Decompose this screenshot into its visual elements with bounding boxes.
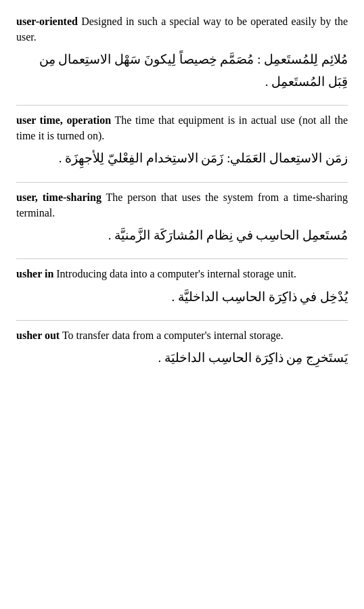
divider-4 <box>16 320 348 321</box>
dictionary-page: user-oriented Designed in such a spe­cia… <box>16 14 348 369</box>
entry-header-user-oriented: user-oriented Designed in such a spe­cia… <box>16 14 348 45</box>
term-usher-out: usher out <box>16 330 60 341</box>
definition-ar-usher-out: يَستَخرِج مِن ذاكِرَة الحاسِب الداخليَة … <box>16 347 348 369</box>
term-user-oriented: user-oriented <box>16 16 78 27</box>
definition-en-usher-in: Introducing data into a compu­ter's inte… <box>56 268 296 279</box>
definition-en-usher-out: To transfer data from a com­puter's inte… <box>62 330 283 341</box>
term-user-time-operation: user time, operation <box>16 114 111 126</box>
term-usher-in: usher in <box>16 268 53 279</box>
term-user-time-sharing: user, time-sharing <box>16 191 101 203</box>
entry-header-usher-out: usher out To transfer data from a com­pu… <box>16 328 348 343</box>
divider-3 <box>16 258 348 259</box>
entry-header-usher-in: usher in Introducing data into a compu­t… <box>16 266 348 281</box>
definition-ar-user-oriented: مُلائِم لِلمُستَعمِل : مُصَمَّم خِصيصاً … <box>16 49 348 93</box>
definition-ar-user-time-sharing: مُستَعمِل الحاسِب في نِظام المُشارَكَة ا… <box>16 225 348 246</box>
entry-header-user-time-operation: user time, operation The time that equip… <box>16 112 348 143</box>
entry-user-time-operation: user time, operation The time that equip… <box>16 112 348 170</box>
divider-2 <box>16 182 348 183</box>
entry-user-time-sharing: user, time-sharing The person that uses … <box>16 189 348 247</box>
entry-usher-in: usher in Introducing data into a compu­t… <box>16 266 348 307</box>
divider-1 <box>16 105 348 106</box>
entry-user-oriented: user-oriented Designed in such a spe­cia… <box>16 14 348 93</box>
entry-header-user-time-sharing: user, time-sharing The person that uses … <box>16 189 348 221</box>
definition-ar-user-time-operation: زمَن الاستِعمال العَمَلي: زَمَن الاستِخد… <box>16 148 348 169</box>
entry-usher-out: usher out To transfer data from a com­pu… <box>16 328 348 369</box>
definition-ar-usher-in: يُدْخِل في ذاكِرَة الحاسِب الداخليَّة . <box>16 286 348 308</box>
